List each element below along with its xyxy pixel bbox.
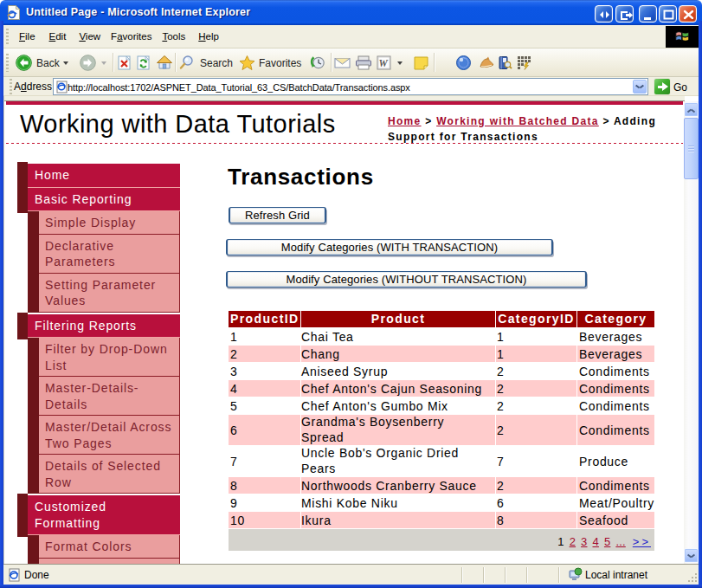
svg-text:W: W [378, 58, 388, 68]
